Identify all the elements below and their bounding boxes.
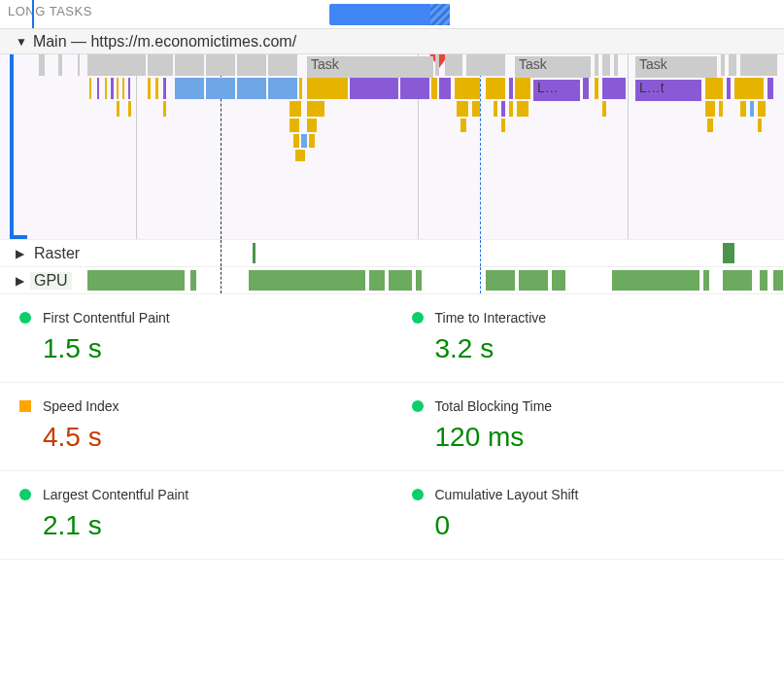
task-block[interactable]: Task xyxy=(635,56,717,78)
long-tasks-track[interactable]: LONG TASKS xyxy=(0,0,784,29)
metric-value: 4.5 s xyxy=(43,422,377,453)
gpu-label: GPU xyxy=(30,272,72,290)
raster-track[interactable]: ▶ Raster xyxy=(0,239,784,266)
metric-label: Speed Index xyxy=(43,398,119,414)
raster-label: Raster xyxy=(30,245,84,262)
metric-tbt[interactable]: Total Blocking Time 120 ms xyxy=(392,383,785,471)
metric-value: 3.2 s xyxy=(435,333,769,364)
status-dot-icon xyxy=(19,489,31,500)
main-track-label: Main — https://m.economictimes.com/ xyxy=(33,33,296,51)
metric-value: 120 ms xyxy=(435,422,769,453)
metric-value: 2.1 s xyxy=(43,510,377,541)
metric-value: 1.5 s xyxy=(43,333,377,364)
metric-label: Total Blocking Time xyxy=(435,398,553,414)
status-dot-icon xyxy=(412,400,424,412)
metric-value: 0 xyxy=(435,510,769,541)
status-dot-icon xyxy=(19,400,31,412)
main-track-header[interactable]: ▼ Main — https://m.economictimes.com/ xyxy=(0,29,784,54)
lighthouse-metrics: First Contentful Paint 1.5 s Time to Int… xyxy=(0,293,784,560)
task-block[interactable]: L… xyxy=(533,80,580,101)
metric-tti[interactable]: Time to Interactive 3.2 s xyxy=(392,294,785,383)
collapse-icon[interactable]: ▼ xyxy=(16,35,27,49)
metric-speed-index[interactable]: Speed Index 4.5 s xyxy=(0,383,392,471)
flame-chart[interactable]: Task Task Task xyxy=(0,54,784,239)
metric-cls[interactable]: Cumulative Layout Shift 0 xyxy=(392,471,785,560)
status-dot-icon xyxy=(412,312,424,324)
task-block[interactable]: Task xyxy=(307,56,433,78)
long-tasks-label: LONG TASKS xyxy=(8,4,92,18)
metric-label: Cumulative Layout Shift xyxy=(435,487,579,502)
status-dot-icon xyxy=(19,312,31,324)
metric-lcp[interactable]: Largest Contentful Paint 2.1 s xyxy=(0,471,392,560)
task-block[interactable]: Task xyxy=(515,56,591,78)
metric-label: First Contentful Paint xyxy=(43,310,170,326)
status-dot-icon xyxy=(412,489,424,500)
long-task-bar[interactable] xyxy=(329,4,450,25)
metric-label: Time to Interactive xyxy=(435,310,547,326)
metric-label: Largest Contentful Paint xyxy=(43,487,188,502)
gpu-track[interactable]: ▶ GPU xyxy=(0,266,784,293)
task-block[interactable]: L…t xyxy=(635,80,701,101)
metric-fcp[interactable]: First Contentful Paint 1.5 s xyxy=(0,294,392,383)
